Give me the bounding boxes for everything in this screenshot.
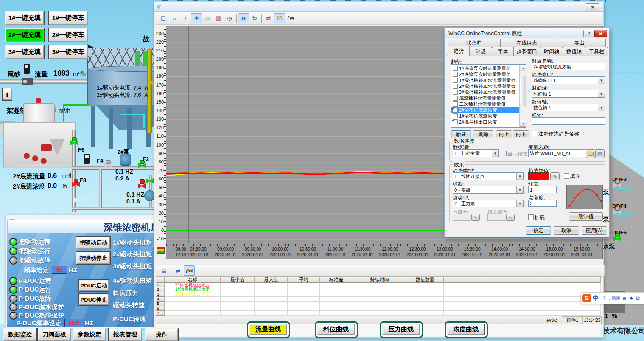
browse-tag-button[interactable] (586, 149, 595, 158)
table-row-name[interactable]: 2#浓密机底流浓度 (165, 283, 221, 287)
quick-button-2#一键充填[interactable]: 2#一键充填 (5, 28, 44, 42)
quick-button-2#一键停车[interactable]: 2#一键停车 (49, 28, 88, 42)
curve-button-压力曲线[interactable]: 压力曲线 (382, 324, 420, 335)
zoom-value-icon[interactable]: ↕ (180, 13, 191, 23)
tab-常规[interactable]: 常规 (469, 47, 492, 56)
trend-list-item[interactable]: 1#搅拌槽补加水流量测量值 (451, 77, 519, 83)
show-alarm-checkbox[interactable] (501, 151, 507, 156)
quick-button-3#一键充填[interactable]: 3#一键充填 (5, 45, 44, 59)
table-row-name[interactable]: 2#搅拌桶出口浓度 (165, 292, 221, 297)
wrench-icon[interactable]: ⚙ (636, 295, 641, 302)
moon-icon[interactable]: ☽ (601, 295, 606, 302)
panel-button-PDUC启动[interactable]: PDUC启动 (79, 280, 109, 291)
footer-button-应用(A)[interactable]: 应用(A) (582, 226, 607, 235)
table-row-name[interactable] (165, 306, 221, 311)
table-cell[interactable]: 4 (156, 297, 165, 302)
tab-趋势[interactable]: 趋势 (448, 46, 470, 56)
table-row-name[interactable] (165, 297, 221, 302)
list-button-向上[interactable]: 向上 (496, 130, 512, 138)
keyboard-icon[interactable]: ⌨ (612, 295, 620, 302)
jump-icon[interactable]: ⇄ (173, 265, 184, 276)
list-button-向下[interactable]: 向下 (513, 130, 529, 138)
refresh-icon[interactable]: ↻ (249, 13, 260, 23)
nav-button-操作[interactable]: 操作 (145, 328, 178, 341)
close-icon[interactable]: ✖ (586, 3, 599, 11)
trend-titlebar[interactable]: ✖ (154, 2, 603, 12)
trend-item-checkbox[interactable] (453, 72, 458, 77)
tab-时间轴[interactable]: 时间轴 (540, 47, 563, 56)
point-width-input[interactable]: 3 (528, 200, 557, 207)
quick-button-1#一键停车[interactable]: 1#一键停车 (49, 11, 88, 25)
sogou-logo-icon[interactable]: S (582, 294, 591, 302)
dialog-titlebar[interactable]: WinCC OnlineTrendControl 属性 ? ✖ (445, 28, 609, 38)
trend-list-item[interactable]: 3#搅拌槽补加水流量测量值 (451, 89, 519, 95)
ime-toolbar[interactable]: S中☽’,⌨☻✦⚙ (580, 292, 644, 304)
close-icon[interactable]: ✖ (594, 30, 607, 37)
scroll-down-icon[interactable]: ▼ (520, 120, 526, 127)
panel-button-把驱动停止[interactable]: 把驱动停止 (76, 252, 110, 264)
time-axis-select[interactable]: 时间轴 1▼ (532, 90, 605, 98)
table-cell[interactable]: 3 (156, 292, 165, 297)
object-name-input[interactable]: 2#浓密机底流浓度 (532, 63, 605, 70)
statistics-icon[interactable]: ƒ⋈ (184, 265, 195, 276)
table-row-name[interactable]: 1#浓密机底流浓度 (165, 287, 221, 292)
select-data-connection-icon[interactable]: ▦ (213, 13, 224, 23)
list-button-新建[interactable]: 新建 (451, 130, 471, 138)
tab-字体[interactable]: 字体 (492, 47, 514, 56)
curve-button-浓度曲线[interactable]: 浓度曲线 (447, 324, 484, 335)
tab-在线组态[interactable]: 在线组态 (500, 39, 553, 47)
tab-趋势窗口[interactable]: 趋势窗口 (513, 47, 540, 56)
zoom-one-to-one-icon[interactable]: 1:1 (202, 13, 213, 23)
fill-checkbox[interactable] (564, 173, 569, 179)
legend-table[interactable]: 名称最小值最大值平均标准差持续时间数值数量12#浓密机底流浓度21#浓密机底流浓… (156, 276, 602, 316)
field-value-频率给定[interactable]: 35 (52, 266, 67, 274)
scroll-thumb[interactable] (520, 76, 526, 106)
properties-dialog-icon[interactable]: ▤ (158, 13, 169, 23)
table-row-name[interactable] (165, 311, 221, 316)
trend-window-select[interactable]: 趋势窗口 1▼ (532, 76, 605, 84)
table-cell[interactable]: 7 (156, 311, 165, 316)
limits-button[interactable]: 限制值 (569, 212, 603, 221)
expand-checkbox[interactable] (528, 214, 534, 220)
point-type-select[interactable]: 2 - 正方形▼ (453, 200, 524, 207)
trend-list-item[interactable]: 2#搅拌槽补加水流量测量值 (451, 83, 519, 89)
trend-item-checkbox[interactable] (453, 96, 458, 101)
mini-button[interactable]: ❚ (3, 88, 12, 100)
select-time-range-icon[interactable]: ◷ (224, 13, 235, 23)
zoom-time-icon[interactable]: ↔ (169, 13, 180, 23)
scroll-up-icon[interactable]: ▲ (520, 65, 526, 71)
list-button-删除[interactable]: 删除 (473, 130, 493, 138)
quick-button-3#一键停车[interactable]: 3#一键停车 (49, 45, 88, 59)
table-row-name[interactable] (165, 302, 221, 306)
nav-button-刀阀面板[interactable]: 刀阀面板 (38, 328, 71, 341)
clothes-icon[interactable]: ✦ (629, 295, 634, 302)
tab-数值轴[interactable]: 数值轴 (563, 47, 585, 56)
trend-item-checkbox[interactable] (453, 107, 458, 113)
trend-color-swatch[interactable] (528, 172, 549, 180)
tab-导出[interactable]: 导出 (553, 39, 606, 47)
footer-button-取消[interactable]: 取消 (554, 226, 579, 235)
trend-listbox[interactable]: 1#底流泵实时流量测量值2#底流泵实时流量测量值1#搅拌槽补加水流量测量值2#搅… (451, 64, 526, 128)
tag-input[interactable] (532, 117, 605, 125)
comment-as-name-checkbox[interactable] (532, 131, 537, 136)
trend-list-item[interactable]: 底流稀释水流量测量值 (451, 95, 519, 101)
trend-item-checkbox[interactable] (453, 119, 458, 124)
move-trend-area-icon[interactable]: ✚ (191, 13, 202, 23)
nav-button-数据监控[interactable]: 数据监控 (3, 328, 36, 341)
tag-properties-button[interactable]: ▤ (595, 149, 605, 158)
properties-dialog-icon[interactable]: ▤ (159, 265, 170, 276)
table-cell[interactable]: 5 (156, 302, 165, 306)
nav-button-参数设定[interactable]: 参数设定 (73, 328, 106, 341)
panel-button-把驱动启动[interactable]: 把驱动启动 (76, 237, 110, 249)
comma-icon[interactable]: ’, (608, 295, 610, 302)
quick-button-1#一键充填[interactable]: 1#一键充填 (5, 11, 44, 25)
ime-mode-chinese[interactable]: 中 (593, 294, 599, 302)
valve-red-aux[interactable] (138, 183, 146, 189)
statistics-icon[interactable]: ƒ⋈ (285, 13, 296, 23)
trend-item-checkbox[interactable] (453, 66, 458, 71)
trend-item-checkbox[interactable] (453, 84, 458, 89)
field-value-P-DUC频率设定[interactable]: 35.0 (64, 319, 83, 327)
line-type-select[interactable]: 0 - 实线▼ (453, 186, 524, 194)
ruler-icon[interactable]: [-] (274, 13, 285, 23)
trend-list-item[interactable]: 2#搅拌桶出口浓度 (451, 119, 519, 125)
